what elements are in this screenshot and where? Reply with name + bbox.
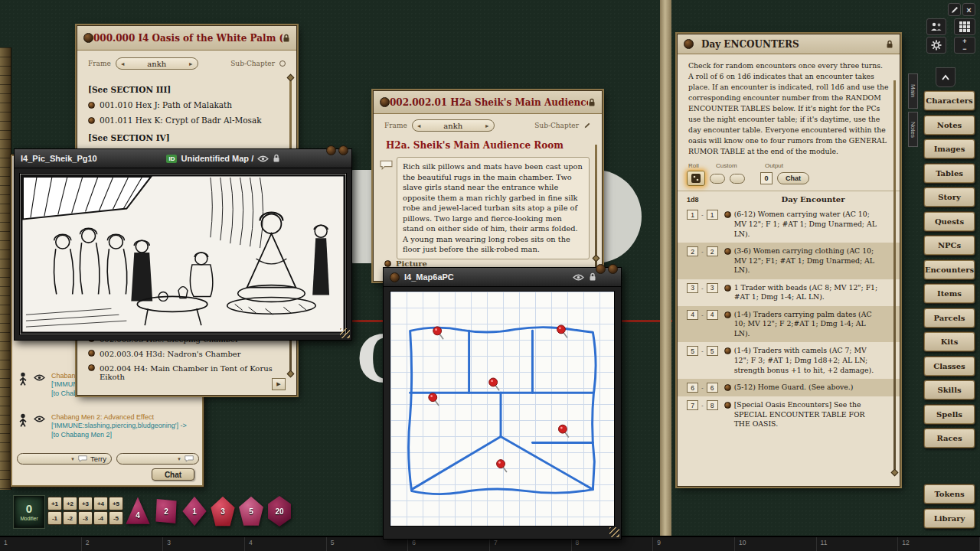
map-window[interactable]: I4_Map6aPC <box>383 267 622 540</box>
sidebar-item-tables[interactable]: Tables <box>923 163 975 184</box>
chat-mode-dropdown[interactable] <box>116 453 199 465</box>
radial-menu-knob-icon[interactable] <box>326 145 336 155</box>
link-dot-icon[interactable] <box>88 364 95 371</box>
day-encounters-window[interactable]: Day ENCOUNTERS Check for random encounte… <box>677 34 900 487</box>
range-from-input[interactable]: 1 <box>687 210 698 220</box>
sidebar-item-spells[interactable]: Spells <box>923 404 975 425</box>
custom-toggle-button[interactable] <box>710 174 725 184</box>
prev-frame-icon[interactable] <box>416 123 422 129</box>
link-dot-icon[interactable] <box>724 311 731 318</box>
map-pin[interactable] <box>429 393 439 406</box>
scroll-down-icon[interactable] <box>891 469 899 477</box>
sidebar-item-library[interactable]: Library <box>923 508 975 529</box>
resize-grip[interactable] <box>340 328 350 338</box>
range-from-input[interactable]: 7 <box>687 400 698 410</box>
next-frame-icon[interactable] <box>188 61 194 67</box>
modifier-plus-button[interactable]: +2 <box>63 497 77 510</box>
range-to-input[interactable]: 6 <box>707 383 718 393</box>
story-link-row[interactable]: 001.010 Hex J: Path of Malakath <box>88 100 281 109</box>
modifier-plus-button[interactable]: +1 <box>47 497 62 510</box>
range-from-input[interactable]: 3 <box>687 283 698 293</box>
modifier-plus-button[interactable]: +4 <box>93 497 108 510</box>
subchapter-toggle-icon[interactable] <box>279 60 286 67</box>
range-from-input[interactable]: 2 <box>687 246 698 256</box>
window-knob-icon[interactable] <box>684 39 694 49</box>
story-link-row[interactable]: 002.004 H4: Main Chamber in Tent of Koru… <box>88 364 281 381</box>
die-d8[interactable]: 1 <box>181 496 207 527</box>
chat-button[interactable]: Chat <box>152 468 194 481</box>
link-dot-icon[interactable] <box>724 402 731 409</box>
scrollbar[interactable] <box>595 145 597 272</box>
frame-cycler[interactable]: ankh <box>412 119 495 132</box>
range-to-input[interactable]: 5 <box>707 346 718 356</box>
resize-grip[interactable] <box>609 527 619 537</box>
frame-cycler[interactable]: ankh <box>116 57 198 70</box>
output-count[interactable]: 0 <box>760 172 773 184</box>
window-knob-icon[interactable] <box>380 97 390 107</box>
custom-toggle-button[interactable] <box>730 174 745 184</box>
sidebar-item-parcels[interactable]: Parcels <box>923 308 975 328</box>
modifier-plus-button[interactable]: +3 <box>78 497 93 510</box>
map-pin[interactable] <box>558 425 568 437</box>
link-dot-icon[interactable] <box>724 211 731 218</box>
hotkey-slot[interactable]: 12 <box>898 537 980 551</box>
range-to-input[interactable]: 2 <box>707 246 718 256</box>
link-dot-icon[interactable] <box>88 350 95 357</box>
encounters-titlebar[interactable]: Day ENCOUNTERS <box>678 34 900 54</box>
link-dot-icon[interactable] <box>724 248 731 255</box>
range-to-input[interactable]: 8 <box>707 400 718 410</box>
draw-pencil-button[interactable] <box>948 3 961 16</box>
sidebar-item-races[interactable]: Races <box>923 428 975 448</box>
zoom-in-button[interactable]: + <box>962 37 966 45</box>
story-link-row[interactable]: 001.011 Hex K: Crypt of Badr Al-Mosak <box>88 116 281 125</box>
range-to-input[interactable]: 1 <box>707 210 718 220</box>
lock-icon[interactable] <box>273 154 280 163</box>
sheik-illustration[interactable] <box>19 173 347 335</box>
link-dot-icon[interactable] <box>88 102 95 109</box>
hotkey-slot[interactable]: 11 <box>817 537 899 551</box>
close-knob-icon[interactable] <box>608 264 618 274</box>
modifier-box[interactable]: 0 Modifier <box>14 496 44 528</box>
link-dot-icon[interactable] <box>724 347 731 354</box>
die-d6[interactable]: 2 <box>153 496 179 527</box>
modifier-minus-button[interactable]: -2 <box>63 511 77 525</box>
sidebar-item-tokens[interactable]: Tokens <box>923 484 975 504</box>
scrollbar[interactable] <box>893 80 896 471</box>
range-from-input[interactable]: 5 <box>687 346 698 356</box>
story1-titlebar[interactable]: 000.000 I4 Oasis of the White Palm (I <box>77 26 296 51</box>
visibility-eye-icon[interactable] <box>573 274 584 281</box>
story-window-audience[interactable]: 002.002.01 H2a Sheik's Main Audience Fra… <box>373 90 603 282</box>
roll-dice-button[interactable] <box>687 171 705 186</box>
modifier-plus-button[interactable]: +5 <box>109 497 123 510</box>
image-titlebar[interactable]: I4_Pic_Sheik_Pg10 ID Unidentified Map / <box>15 149 351 168</box>
pointer-tool-button[interactable] <box>936 67 956 87</box>
story2-titlebar[interactable]: 002.002.01 H2a Sheik's Main Audience <box>374 91 602 114</box>
hotkey-slot[interactable]: 1 <box>0 537 82 551</box>
die-d10[interactable]: 3 <box>210 496 236 527</box>
die-d4[interactable]: 4 <box>125 496 151 527</box>
link-dot-icon[interactable] <box>384 260 391 267</box>
desktop-tab-notes[interactable]: Notes <box>908 112 918 147</box>
sidebar-item-images[interactable]: Images <box>923 139 975 159</box>
hotkey-slot[interactable]: 2 <box>82 537 164 551</box>
zoom-out-button[interactable]: − <box>962 45 966 53</box>
map-pin[interactable] <box>489 378 499 390</box>
link-dot-icon[interactable] <box>88 117 95 124</box>
close-desktop-button[interactable]: × <box>962 3 975 16</box>
identity-dropdown[interactable]: Terry <box>17 453 112 465</box>
scroll-up-icon[interactable] <box>593 255 600 262</box>
edit-pencil-icon[interactable] <box>583 122 591 129</box>
scroll-down-icon[interactable] <box>287 370 295 378</box>
modifier-minus-button[interactable]: -4 <box>93 511 108 525</box>
story-link-row[interactable]: 002.003.04 H3d: Nadron's Chamber <box>88 350 281 358</box>
hotkey-slot[interactable]: 10 <box>735 537 817 551</box>
window-knob-icon[interactable] <box>390 272 400 282</box>
close-knob-icon[interactable] <box>338 145 348 155</box>
range-to-input[interactable]: 3 <box>707 283 718 293</box>
sidebar-item-skills[interactable]: Skills <box>923 380 975 400</box>
next-frame-icon[interactable] <box>485 123 490 129</box>
story-filter-button[interactable] <box>272 378 286 390</box>
link-dot-icon[interactable] <box>724 285 731 292</box>
desktop-tab-main[interactable]: Main <box>908 73 918 109</box>
range-from-input[interactable]: 4 <box>687 310 698 320</box>
